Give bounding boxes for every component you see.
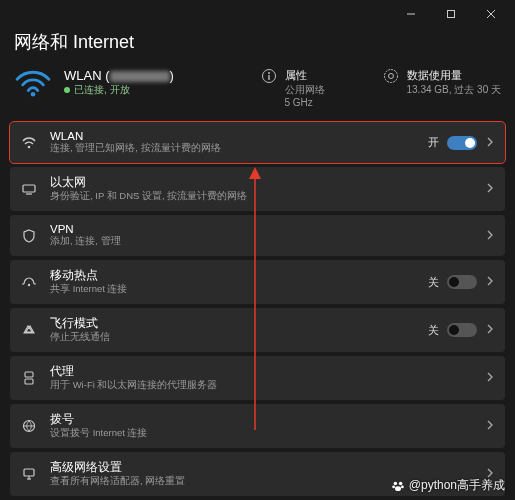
svg-point-27 — [395, 486, 401, 491]
properties-line2: 5 GHz — [285, 97, 325, 108]
settings-list: WLAN连接, 管理已知网络, 按流量计费的网络开以太网身份验证, IP 和 D… — [0, 122, 515, 496]
svg-point-23 — [393, 481, 397, 485]
proxy-icon — [20, 370, 38, 386]
ssid-redacted — [110, 71, 170, 82]
item-title: 高级网络设置 — [50, 460, 473, 475]
item-right — [485, 419, 495, 433]
toggle-label: 关 — [428, 323, 439, 338]
toggle-switch[interactable] — [447, 275, 477, 289]
minimize-button[interactable] — [391, 0, 431, 28]
item-text: 移动热点共享 Internet 连接 — [50, 268, 416, 296]
item-right — [485, 229, 495, 243]
properties-link[interactable]: 属性 公用网络 5 GHz — [261, 68, 371, 108]
toggle-switch[interactable] — [447, 136, 477, 150]
chevron-right-icon — [485, 229, 495, 243]
svg-point-6 — [268, 72, 270, 74]
item-right — [485, 371, 495, 385]
item-subtitle: 连接, 管理已知网络, 按流量计费的网络 — [50, 142, 416, 155]
close-button[interactable] — [471, 0, 511, 28]
item-subtitle: 添加, 连接, 管理 — [50, 235, 473, 248]
properties-title: 属性 — [285, 68, 325, 83]
usage-title: 数据使用量 — [407, 68, 502, 83]
item-title: 代理 — [50, 364, 473, 379]
chevron-right-icon — [485, 275, 495, 289]
svg-point-25 — [392, 485, 395, 488]
item-text: VPN添加, 连接, 管理 — [50, 223, 473, 248]
setting-item-hotspot[interactable]: 移动热点共享 Internet 连接关 — [10, 260, 505, 304]
window-titlebar — [0, 0, 515, 28]
wifi-icon — [20, 135, 38, 151]
network-status-main[interactable]: WLAN () 已连接, 开放 — [64, 68, 249, 97]
chevron-right-icon — [485, 136, 495, 150]
monitor-icon — [20, 466, 38, 482]
setting-item-proxy[interactable]: 代理用于 Wi-Fi 和以太网连接的代理服务器 — [10, 356, 505, 400]
paw-icon — [391, 479, 405, 493]
shield-icon — [20, 228, 38, 244]
wifi-icon — [14, 68, 52, 101]
info-icon — [261, 68, 277, 87]
setting-item-wlan[interactable]: WLAN连接, 管理已知网络, 按流量计费的网络开 — [10, 122, 505, 163]
airplane-icon — [20, 322, 38, 338]
globe-icon — [20, 418, 38, 434]
svg-point-8 — [384, 70, 397, 83]
maximize-button[interactable] — [431, 0, 471, 28]
chevron-right-icon — [485, 419, 495, 433]
svg-point-9 — [388, 74, 393, 79]
ethernet-icon — [20, 181, 38, 197]
page-title: 网络和 Internet — [0, 28, 515, 64]
watermark-text: @python高手养成 — [409, 477, 505, 494]
item-subtitle: 共享 Internet 连接 — [50, 283, 416, 296]
item-right — [485, 182, 495, 196]
item-right: 关 — [428, 323, 495, 338]
svg-rect-16 — [25, 372, 33, 377]
setting-item-ethernet[interactable]: 以太网身份验证, IP 和 DNS 设置, 按流量计费的网络 — [10, 167, 505, 211]
usage-line1: 13.34 GB, 过去 30 天 — [407, 83, 502, 97]
item-subtitle: 停止无线通信 — [50, 331, 416, 344]
item-subtitle: 身份验证, IP 和 DNS 设置, 按流量计费的网络 — [50, 190, 473, 203]
chevron-right-icon — [485, 371, 495, 385]
chevron-right-icon — [485, 182, 495, 196]
item-title: 以太网 — [50, 175, 473, 190]
toggle-label: 关 — [428, 275, 439, 290]
chevron-right-icon — [485, 323, 495, 337]
item-text: WLAN连接, 管理已知网络, 按流量计费的网络 — [50, 130, 416, 155]
svg-rect-19 — [24, 469, 34, 476]
toggle-switch[interactable] — [447, 323, 477, 337]
svg-point-10 — [28, 145, 31, 148]
network-status-row: WLAN () 已连接, 开放 属性 公用网络 5 GHz 数据使用量 13.3… — [0, 64, 515, 122]
setting-item-dialup[interactable]: 拨号设置拨号 Internet 连接 — [10, 404, 505, 448]
network-connected-label: 已连接, 开放 — [64, 83, 249, 97]
data-usage-link[interactable]: 数据使用量 13.34 GB, 过去 30 天 — [383, 68, 502, 97]
item-title: 移动热点 — [50, 268, 416, 283]
toggle-label: 开 — [428, 135, 439, 150]
item-text: 飞行模式停止无线通信 — [50, 316, 416, 344]
svg-rect-11 — [23, 185, 35, 192]
item-title: WLAN — [50, 130, 416, 142]
item-text: 代理用于 Wi-Fi 和以太网连接的代理服务器 — [50, 364, 473, 392]
network-name: WLAN () — [64, 68, 249, 83]
item-right: 开 — [428, 135, 495, 150]
watermark: @python高手养成 — [391, 477, 505, 494]
item-text: 以太网身份验证, IP 和 DNS 设置, 按流量计费的网络 — [50, 175, 473, 203]
item-subtitle: 设置拨号 Internet 连接 — [50, 427, 473, 440]
svg-point-13 — [28, 284, 30, 286]
svg-rect-7 — [268, 75, 269, 80]
svg-point-24 — [399, 481, 403, 485]
setting-item-vpn[interactable]: VPN添加, 连接, 管理 — [10, 215, 505, 256]
properties-line1: 公用网络 — [285, 83, 325, 97]
hotspot-icon — [20, 274, 38, 290]
item-text: 拨号设置拨号 Internet 连接 — [50, 412, 473, 440]
item-title: 拨号 — [50, 412, 473, 427]
item-title: VPN — [50, 223, 473, 235]
svg-point-4 — [31, 92, 36, 97]
svg-rect-1 — [448, 11, 455, 18]
setting-item-airplane-mode[interactable]: 飞行模式停止无线通信关 — [10, 308, 505, 352]
data-usage-icon — [383, 68, 399, 87]
item-title: 飞行模式 — [50, 316, 416, 331]
item-subtitle: 用于 Wi-Fi 和以太网连接的代理服务器 — [50, 379, 473, 392]
svg-point-26 — [401, 485, 404, 488]
item-right: 关 — [428, 275, 495, 290]
svg-rect-17 — [25, 379, 33, 384]
status-dot-icon — [64, 87, 70, 93]
